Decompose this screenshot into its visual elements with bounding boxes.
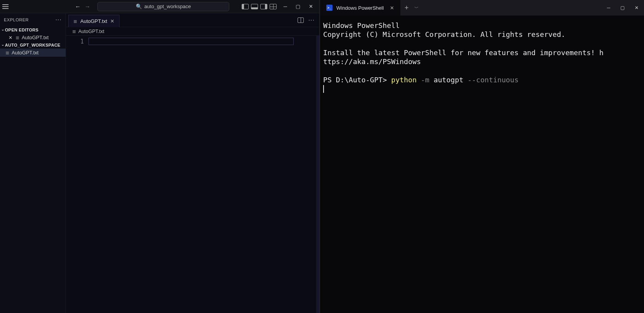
layout-icons: ─ ▢ ✕ — [242, 3, 319, 9]
close-tab-icon[interactable]: ✕ — [110, 18, 114, 24]
editor-area: ≣ AutoGPT.txt ✕ ··· ≣ AutoGPT.txt 1 — [66, 13, 319, 313]
split-editor-icon[interactable] — [298, 17, 304, 23]
command-flag-continuous: --continuous — [463, 76, 518, 84]
breadcrumb-text: AutoGPT.txt — [78, 29, 104, 34]
search-icon: 🔍 — [136, 3, 142, 9]
toggle-panel-icon[interactable] — [251, 4, 258, 9]
minimize-icon[interactable]: ─ — [284, 3, 287, 9]
text-file-icon: ≣ — [73, 19, 77, 24]
command-center-text: auto_gpt_workspace — [144, 3, 191, 9]
maximize-icon[interactable]: ▢ — [296, 3, 300, 9]
terminal-tab[interactable]: >_ Windows PowerShell ✕ — [320, 0, 400, 16]
breadcrumb[interactable]: ≣ AutoGPT.txt — [66, 27, 319, 36]
explorer-more-icon[interactable]: ··· — [55, 16, 62, 23]
chevron-down-icon: › — [1, 29, 5, 31]
command-executable: python — [391, 76, 417, 84]
close-icon[interactable]: ✕ — [309, 3, 313, 9]
windows-terminal-window: >_ Windows PowerShell ✕ + ﹀ ─ ▢ ✕ Window… — [319, 0, 644, 313]
terminal-output[interactable]: Windows PowerShell Copyright (C) Microso… — [320, 16, 644, 313]
powershell-icon: >_ — [326, 5, 332, 11]
terminal-line: Install the latest PowerShell for new fe… — [323, 49, 604, 57]
close-tab-icon[interactable]: ✕ — [390, 5, 394, 11]
vscode-titlebar: ← → 🔍 auto_gpt_workspace ─ ▢ ✕ — [0, 0, 319, 13]
text-file-icon: ≣ — [16, 35, 19, 40]
editor-tab[interactable]: ≣ AutoGPT.txt ✕ — [68, 15, 119, 27]
text-file-icon: ≣ — [5, 50, 9, 56]
line-number: 1 — [66, 38, 84, 45]
toggle-secondary-sidebar-icon[interactable] — [260, 4, 267, 9]
terminal-line: ttps://aka.ms/PSWindows — [323, 57, 421, 66]
code-content[interactable] — [88, 36, 316, 313]
explorer-sidebar: EXPLORER ··· › OPEN EDITORS ✕ ≣ AutoGPT.… — [0, 13, 66, 313]
code-editor[interactable]: 1 — [66, 36, 319, 313]
command-flag-m: -m — [417, 76, 434, 84]
text-file-icon: ≣ — [72, 29, 76, 34]
terminal-tab-title: Windows PowerShell — [336, 5, 384, 11]
command-center[interactable]: 🔍 auto_gpt_workspace — [97, 2, 229, 11]
workspace-label: AUTO_GPT_WORKSPACE — [5, 43, 61, 47]
minimap-scrollbar[interactable] — [316, 36, 319, 313]
new-tab-icon[interactable]: + — [400, 4, 413, 12]
open-editor-item[interactable]: ✕ ≣ AutoGPT.txt — [0, 33, 66, 42]
terminal-line: Windows PowerShell — [323, 21, 400, 30]
terminal-titlebar: >_ Windows PowerShell ✕ + ﹀ ─ ▢ ✕ — [320, 0, 644, 16]
maximize-icon[interactable]: ▢ — [620, 5, 625, 10]
tab-label: AutoGPT.txt — [80, 18, 107, 24]
prompt-text: PS D:\Auto-GPT> — [323, 76, 391, 84]
hamburger-menu-icon[interactable] — [0, 4, 11, 9]
open-editor-filename: AutoGPT.txt — [22, 35, 48, 40]
gutter: 1 — [66, 36, 88, 313]
chevron-down-icon: › — [1, 44, 5, 46]
explorer-title: EXPLORER — [4, 17, 29, 22]
terminal-line: Copyright (C) Microsoft Corporation. All… — [323, 30, 565, 38]
workspace-header[interactable]: › AUTO_GPT_WORKSPACE — [0, 42, 66, 49]
workspace-file-item[interactable]: ≣ AutoGPT.txt — [0, 49, 66, 57]
editor-tab-bar: ≣ AutoGPT.txt ✕ ··· — [66, 13, 319, 27]
close-editor-icon[interactable]: ✕ — [8, 35, 13, 40]
command-module: autogpt — [434, 76, 464, 84]
open-editors-label: OPEN EDITORS — [5, 28, 39, 32]
tab-dropdown-icon[interactable]: ﹀ — [414, 5, 419, 11]
editor-more-icon[interactable]: ··· — [308, 17, 315, 24]
close-icon[interactable]: ✕ — [635, 5, 639, 10]
open-editors-header[interactable]: › OPEN EDITORS — [0, 26, 66, 33]
active-line-highlight — [88, 38, 294, 45]
workspace-filename: AutoGPT.txt — [12, 50, 38, 56]
cursor-icon — [323, 85, 324, 93]
toggle-primary-sidebar-icon[interactable] — [242, 4, 249, 9]
customize-layout-icon[interactable] — [270, 4, 277, 9]
vscode-window: ← → 🔍 auto_gpt_workspace ─ ▢ ✕ EXPLORER … — [0, 0, 319, 313]
nav-arrows: ← → — [75, 3, 90, 10]
forward-arrow-icon[interactable]: → — [85, 3, 90, 10]
back-arrow-icon[interactable]: ← — [75, 3, 81, 10]
minimize-icon[interactable]: ─ — [607, 5, 610, 10]
